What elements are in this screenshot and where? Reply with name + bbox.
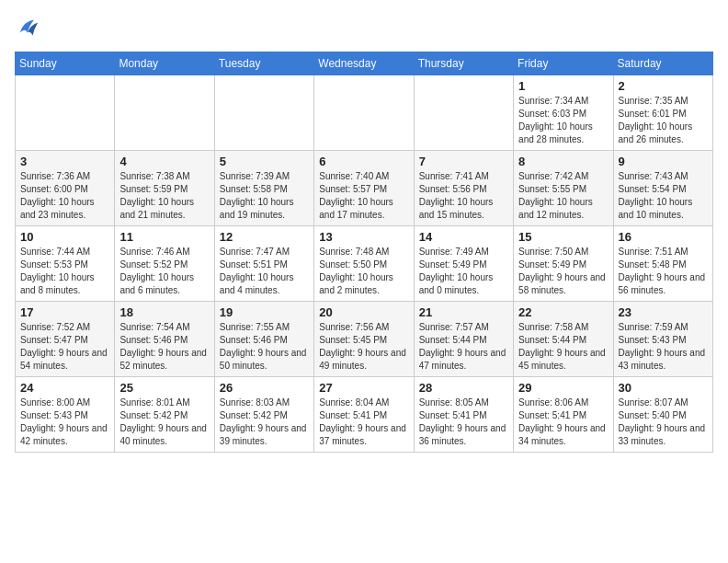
- calendar-day-cell: 5Sunrise: 7:39 AM Sunset: 5:58 PM Daylig…: [214, 151, 313, 226]
- day-number: 30: [619, 381, 708, 395]
- day-number: 23: [619, 305, 708, 319]
- day-info: Sunrise: 7:41 AM Sunset: 5:56 PM Dayligh…: [419, 170, 508, 222]
- day-number: 8: [518, 155, 608, 168]
- day-number: 28: [419, 381, 508, 395]
- weekday-header: Tuesday: [214, 52, 313, 75]
- day-info: Sunrise: 7:38 AM Sunset: 5:59 PM Dayligh…: [119, 170, 209, 222]
- calendar-day-cell: 11Sunrise: 7:46 AM Sunset: 5:52 PM Dayli…: [115, 226, 214, 302]
- weekday-header: Sunday: [16, 52, 115, 75]
- calendar-day-cell: 10Sunrise: 7:44 AM Sunset: 5:53 PM Dayli…: [16, 226, 115, 302]
- day-number: 20: [319, 305, 408, 319]
- day-info: Sunrise: 7:59 AM Sunset: 5:43 PM Dayligh…: [619, 321, 708, 373]
- calendar-day-cell: 8Sunrise: 7:42 AM Sunset: 5:55 PM Daylig…: [514, 151, 613, 226]
- calendar-day-cell: 25Sunrise: 8:01 AM Sunset: 5:42 PM Dayli…: [115, 377, 214, 453]
- day-number: 26: [220, 381, 309, 395]
- calendar-day-cell: 29Sunrise: 8:06 AM Sunset: 5:41 PM Dayli…: [514, 377, 613, 453]
- day-number: 5: [220, 155, 309, 168]
- day-info: Sunrise: 8:07 AM Sunset: 5:40 PM Dayligh…: [619, 396, 708, 448]
- calendar-day-cell: 19Sunrise: 7:55 AM Sunset: 5:46 PM Dayli…: [214, 302, 313, 377]
- day-number: 16: [619, 230, 708, 244]
- day-info: Sunrise: 8:00 AM Sunset: 5:43 PM Dayligh…: [20, 396, 109, 448]
- day-number: 21: [419, 305, 508, 319]
- logo: [15, 15, 44, 40]
- calendar-week-row: 10Sunrise: 7:44 AM Sunset: 5:53 PM Dayli…: [16, 226, 713, 302]
- day-info: Sunrise: 7:58 AM Sunset: 5:44 PM Dayligh…: [518, 321, 608, 373]
- weekday-header: Monday: [115, 52, 214, 75]
- calendar-day-cell: [214, 75, 313, 151]
- page-header: [15, 15, 713, 40]
- day-info: Sunrise: 7:57 AM Sunset: 5:44 PM Dayligh…: [419, 321, 508, 373]
- day-number: 10: [20, 230, 109, 244]
- day-info: Sunrise: 8:06 AM Sunset: 5:41 PM Dayligh…: [518, 396, 608, 448]
- day-number: 27: [319, 381, 408, 395]
- logo-bird-icon: [15, 15, 40, 40]
- day-info: Sunrise: 7:55 AM Sunset: 5:46 PM Dayligh…: [220, 321, 309, 373]
- day-info: Sunrise: 7:34 AM Sunset: 6:03 PM Dayligh…: [518, 95, 608, 146]
- day-number: 3: [20, 155, 109, 168]
- calendar-day-cell: 17Sunrise: 7:52 AM Sunset: 5:47 PM Dayli…: [16, 302, 115, 377]
- calendar-week-row: 24Sunrise: 8:00 AM Sunset: 5:43 PM Dayli…: [16, 377, 713, 453]
- day-info: Sunrise: 7:39 AM Sunset: 5:58 PM Dayligh…: [220, 170, 309, 222]
- calendar-day-cell: 12Sunrise: 7:47 AM Sunset: 5:51 PM Dayli…: [214, 226, 313, 302]
- calendar-week-row: 3Sunrise: 7:36 AM Sunset: 6:00 PM Daylig…: [16, 151, 713, 226]
- day-info: Sunrise: 8:04 AM Sunset: 5:41 PM Dayligh…: [319, 396, 408, 448]
- calendar-day-cell: 24Sunrise: 8:00 AM Sunset: 5:43 PM Dayli…: [16, 377, 115, 453]
- day-number: 15: [518, 230, 608, 244]
- day-info: Sunrise: 7:51 AM Sunset: 5:48 PM Dayligh…: [619, 246, 708, 297]
- day-number: 7: [419, 155, 508, 168]
- calendar-day-cell: 14Sunrise: 7:49 AM Sunset: 5:49 PM Dayli…: [414, 226, 513, 302]
- day-info: Sunrise: 7:56 AM Sunset: 5:45 PM Dayligh…: [319, 321, 408, 373]
- calendar-day-cell: 21Sunrise: 7:57 AM Sunset: 5:44 PM Dayli…: [414, 302, 513, 377]
- day-info: Sunrise: 7:42 AM Sunset: 5:55 PM Dayligh…: [518, 170, 608, 222]
- calendar-day-cell: 4Sunrise: 7:38 AM Sunset: 5:59 PM Daylig…: [115, 151, 214, 226]
- day-number: 11: [119, 230, 209, 244]
- day-number: 4: [119, 155, 209, 168]
- day-info: Sunrise: 7:43 AM Sunset: 5:54 PM Dayligh…: [619, 170, 708, 222]
- day-info: Sunrise: 8:03 AM Sunset: 5:42 PM Dayligh…: [220, 396, 309, 448]
- day-info: Sunrise: 7:40 AM Sunset: 5:57 PM Dayligh…: [319, 170, 408, 222]
- day-number: 22: [518, 305, 608, 319]
- weekday-header: Saturday: [613, 52, 712, 75]
- calendar-day-cell: [115, 75, 214, 151]
- weekday-header: Wednesday: [314, 52, 414, 75]
- calendar-day-cell: 27Sunrise: 8:04 AM Sunset: 5:41 PM Dayli…: [314, 377, 414, 453]
- day-number: 18: [119, 305, 209, 319]
- weekday-header: Friday: [514, 52, 613, 75]
- calendar-day-cell: 3Sunrise: 7:36 AM Sunset: 6:00 PM Daylig…: [16, 151, 115, 226]
- calendar-day-cell: [314, 75, 414, 151]
- calendar-table: SundayMondayTuesdayWednesdayThursdayFrid…: [15, 52, 713, 453]
- calendar-day-cell: 15Sunrise: 7:50 AM Sunset: 5:49 PM Dayli…: [514, 226, 613, 302]
- calendar-day-cell: [414, 75, 513, 151]
- day-info: Sunrise: 7:46 AM Sunset: 5:52 PM Dayligh…: [119, 246, 209, 297]
- day-info: Sunrise: 7:47 AM Sunset: 5:51 PM Dayligh…: [220, 246, 309, 297]
- calendar-day-cell: [16, 75, 115, 151]
- calendar-week-row: 1Sunrise: 7:34 AM Sunset: 6:03 PM Daylig…: [16, 75, 713, 151]
- day-number: 25: [119, 381, 209, 395]
- calendar-day-cell: 22Sunrise: 7:58 AM Sunset: 5:44 PM Dayli…: [514, 302, 613, 377]
- calendar-day-cell: 30Sunrise: 8:07 AM Sunset: 5:40 PM Dayli…: [613, 377, 712, 453]
- day-number: 1: [518, 79, 608, 93]
- calendar-day-cell: 13Sunrise: 7:48 AM Sunset: 5:50 PM Dayli…: [314, 226, 414, 302]
- calendar-day-cell: 2Sunrise: 7:35 AM Sunset: 6:01 PM Daylig…: [613, 75, 712, 151]
- day-number: 19: [220, 305, 309, 319]
- calendar-day-cell: 26Sunrise: 8:03 AM Sunset: 5:42 PM Dayli…: [214, 377, 313, 453]
- day-info: Sunrise: 7:36 AM Sunset: 6:00 PM Dayligh…: [20, 170, 109, 222]
- weekday-header-row: SundayMondayTuesdayWednesdayThursdayFrid…: [16, 52, 713, 75]
- day-number: 14: [419, 230, 508, 244]
- weekday-header: Thursday: [414, 52, 513, 75]
- calendar-day-cell: 20Sunrise: 7:56 AM Sunset: 5:45 PM Dayli…: [314, 302, 414, 377]
- day-info: Sunrise: 7:49 AM Sunset: 5:49 PM Dayligh…: [419, 246, 508, 297]
- calendar-day-cell: 6Sunrise: 7:40 AM Sunset: 5:57 PM Daylig…: [314, 151, 414, 226]
- day-number: 17: [20, 305, 109, 319]
- calendar-day-cell: 9Sunrise: 7:43 AM Sunset: 5:54 PM Daylig…: [613, 151, 712, 226]
- day-info: Sunrise: 8:05 AM Sunset: 5:41 PM Dayligh…: [419, 396, 508, 448]
- day-info: Sunrise: 7:35 AM Sunset: 6:01 PM Dayligh…: [619, 95, 708, 146]
- day-info: Sunrise: 7:50 AM Sunset: 5:49 PM Dayligh…: [518, 246, 608, 297]
- calendar-day-cell: 28Sunrise: 8:05 AM Sunset: 5:41 PM Dayli…: [414, 377, 513, 453]
- day-info: Sunrise: 7:48 AM Sunset: 5:50 PM Dayligh…: [319, 246, 408, 297]
- calendar-day-cell: 1Sunrise: 7:34 AM Sunset: 6:03 PM Daylig…: [514, 75, 613, 151]
- day-number: 24: [20, 381, 109, 395]
- day-number: 29: [518, 381, 608, 395]
- calendar-day-cell: 23Sunrise: 7:59 AM Sunset: 5:43 PM Dayli…: [613, 302, 712, 377]
- day-info: Sunrise: 8:01 AM Sunset: 5:42 PM Dayligh…: [119, 396, 209, 448]
